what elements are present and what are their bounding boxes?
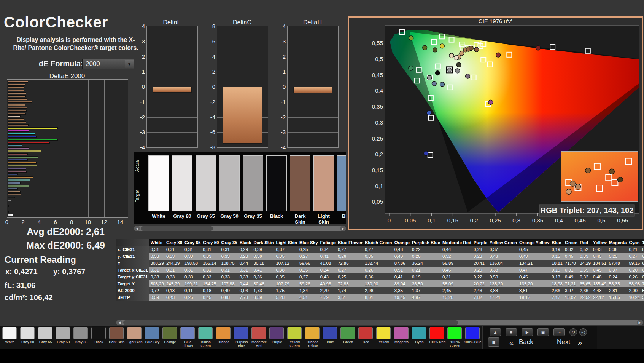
y-tick-label: -6 — [207, 129, 215, 135]
y-tick-label: 0,55 — [372, 40, 383, 46]
patch-button-magenta[interactable] — [394, 327, 409, 339]
patch-button-gray-50[interactable] — [56, 327, 70, 339]
table-cell: 58,35 — [608, 280, 628, 287]
row-label: Target Y — [116, 280, 149, 287]
nav-previous-icon[interactable]: « — [509, 338, 514, 347]
de-formula-dropdown[interactable]: 2000 ▼ — [82, 59, 134, 69]
scroll-right-icon[interactable]: ▶ — [637, 320, 643, 325]
patch-button-light-skin[interactable] — [127, 327, 142, 339]
column-header: Orange — [393, 239, 411, 246]
patch-button-label: Purple — [268, 340, 286, 344]
cie-1976-diagram: CIE 1976 u'v'0,550,50,450,40,350,30,250,… — [348, 16, 643, 230]
collapse-icon[interactable]: ▲ — [490, 328, 501, 336]
patch-button-100-green[interactable] — [447, 327, 462, 339]
x-tick-label: 0,15 — [447, 217, 458, 224]
patch-button-moderate-red[interactable] — [251, 327, 266, 339]
patch-button-gray-65[interactable] — [38, 327, 52, 339]
loop-icon[interactable]: ∞ — [553, 328, 565, 336]
table-cell: 136,04 — [488, 260, 518, 267]
display-mode-icon[interactable]: ◼ — [488, 337, 499, 347]
patch-button-yellow[interactable] — [376, 327, 391, 339]
column-header: Yellow — [592, 239, 608, 246]
table-cell: 0,36 — [252, 253, 275, 260]
y-tick-label: 3 — [137, 38, 145, 44]
patch-button-yellow-green[interactable] — [287, 327, 302, 339]
measured-point-marker — [474, 47, 479, 52]
patch-button-bluish-green[interactable] — [198, 327, 213, 339]
table-cell: 0,45 — [592, 253, 608, 260]
back-button[interactable]: Back — [519, 338, 533, 346]
scroll-right-icon[interactable]: ▶ — [340, 226, 346, 231]
table-cell: 4,97 — [411, 294, 441, 301]
table-cell: 134,21 — [518, 260, 550, 267]
table-cell: 0,45 — [518, 246, 550, 253]
patch-button-label: Gray 35 — [72, 340, 90, 344]
target-icon[interactable]: ▣ — [537, 328, 549, 336]
table-cell: 22,52 — [579, 294, 592, 301]
table-cell: 58,09 — [441, 280, 472, 287]
table-cell: 89,04 — [393, 280, 411, 287]
refresh-icon[interactable]: ↻ — [569, 328, 577, 336]
table-scrollbar[interactable]: ◀ ▶ — [116, 320, 643, 325]
row-label: x: CIE31 — [116, 246, 149, 253]
table-cell: 0,11 — [183, 287, 202, 294]
table-cell: 199,21 — [183, 280, 202, 287]
patch-button-red[interactable] — [358, 327, 373, 339]
scroll-left-icon[interactable]: ◀ — [116, 320, 122, 325]
patch-button-dark-skin[interactable] — [109, 327, 124, 339]
nav-next-icon[interactable]: » — [578, 338, 582, 347]
target-label: Target — [135, 190, 140, 202]
play-icon[interactable]: ▶ — [522, 328, 533, 336]
patch-button-label: Yellow — [375, 340, 393, 344]
patch-button-blue-sky[interactable] — [145, 327, 159, 339]
deltae-bar — [8, 92, 26, 94]
patch-button-orange-yellow[interactable] — [305, 327, 320, 339]
table-cell: 0,33 — [579, 253, 592, 260]
patch-button-label: Gray 50 — [54, 340, 72, 344]
measured-point-marker — [455, 69, 460, 73]
patch-button-orange[interactable] — [216, 327, 231, 339]
stop-icon[interactable]: ■ — [506, 328, 517, 336]
swatch-strip-scrollbar-thumb[interactable] — [141, 226, 213, 231]
patch-button-cyan[interactable] — [412, 327, 426, 339]
table-cell: 0,49 — [220, 287, 238, 294]
y-tick-label: 8 — [207, 23, 215, 29]
patch-button-black[interactable] — [91, 327, 106, 339]
patch-button-white[interactable] — [2, 327, 17, 339]
patch-button-100-blue[interactable] — [465, 327, 480, 339]
patch-button-blue[interactable] — [323, 327, 337, 339]
deltae-bar — [8, 159, 28, 161]
deltae-bar — [8, 84, 25, 86]
table-cell: 0,33 — [220, 273, 238, 280]
table-cell: 0,21 — [628, 246, 641, 253]
patch-button-purple[interactable] — [269, 327, 284, 339]
patch-button-gray-80[interactable] — [20, 327, 35, 339]
y-tick-label: -4 — [277, 144, 286, 150]
table-cell: 0,27 — [337, 246, 364, 253]
table-cell: 36,50 — [411, 280, 441, 287]
column-header: Blue Flower — [337, 239, 364, 246]
table-cell: 0,19 — [550, 267, 564, 273]
measured-point-marker — [449, 53, 454, 58]
patch-button-100-red[interactable] — [429, 327, 444, 339]
table-cell: 0,34 — [319, 246, 337, 253]
swatch-strip-scrollbar[interactable]: ◀ ▶ — [134, 226, 346, 231]
patch-button-label: 100% Red — [428, 340, 446, 344]
patch-button-green[interactable] — [340, 327, 355, 339]
gridline — [40, 80, 40, 217]
patch-button-foliage[interactable] — [162, 327, 177, 339]
patch-button-purplish-blue[interactable] — [234, 327, 248, 339]
y-tick-label: 2 — [207, 68, 215, 75]
chevron-down-icon[interactable]: ▼ — [125, 60, 134, 68]
table-scrollbar-thumb[interactable] — [123, 320, 458, 325]
power-icon[interactable]: ◎ — [579, 328, 587, 336]
scroll-left-icon[interactable]: ◀ — [134, 226, 140, 231]
table-cell: 1,75 — [275, 287, 298, 294]
table-cell: 0,20 — [628, 267, 641, 273]
patch-button-label: Light Skin — [126, 340, 143, 344]
patch-button-blue-flower[interactable] — [180, 327, 195, 339]
next-button[interactable]: Next — [557, 338, 570, 346]
table-cell: 0,33 — [149, 273, 165, 280]
patch-button-gray-35[interactable] — [73, 327, 88, 339]
gridline — [288, 72, 338, 72]
